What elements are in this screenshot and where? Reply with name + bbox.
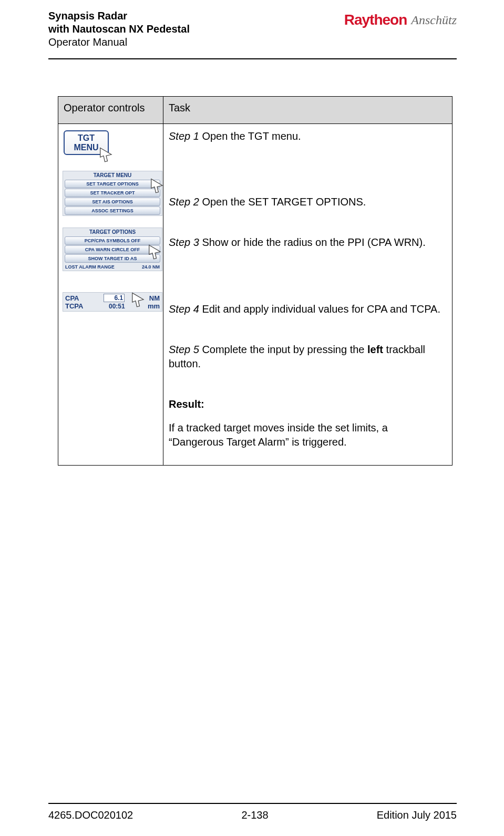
- task-cell: Step 1 Open the TGT menu. Step 2 Open th…: [163, 124, 452, 466]
- cpa-warn-circle-button[interactable]: CPA WARN CIRCLE OFF: [65, 245, 160, 254]
- step-1-label: Step 1: [169, 130, 199, 142]
- target-options-panel: TARGET OPTIONS PCP/CPA SYMBOLS OFF CPA W…: [63, 228, 162, 271]
- page-footer: 4265.DOC020102 2-138 Edition July 2015: [48, 803, 457, 821]
- lost-alarm-range-row: LOST ALARM RANGE 24.0 NM: [63, 263, 162, 271]
- tgt-btn-l1: TGT: [78, 133, 95, 142]
- tcpa-label: TCPA: [65, 302, 83, 310]
- controls-cell: TGT MENU TARGET MENU SET TARGET OPTIONS …: [58, 124, 163, 466]
- cursor-icon: [147, 244, 163, 260]
- title-line-3: Operator Manual: [48, 36, 190, 49]
- step-5: Step 5 Complete the input by pressing th…: [169, 343, 443, 371]
- procedure-table: Operator controls Task TGT MENU TARGET M…: [58, 96, 452, 466]
- tcpa-value[interactable]: 00:51: [105, 303, 126, 310]
- cursor-icon: [149, 178, 165, 193]
- step-1-text: Open the TGT menu.: [199, 130, 301, 142]
- target-options-title: TARGET OPTIONS: [63, 228, 162, 236]
- step-5-text-a: Complete the input by pressing the: [199, 344, 367, 355]
- step-2: Step 2 Open the SET TARGET OPTIONS.: [169, 195, 443, 209]
- anschutz-logo: Anschütz: [411, 13, 457, 27]
- cpa-value[interactable]: 6.1: [104, 294, 125, 302]
- lost-alarm-label: LOST ALARM RANGE: [65, 264, 115, 270]
- cursor-icon: [130, 292, 146, 307]
- col-header-controls: Operator controls: [58, 97, 163, 124]
- cpa-label: CPA: [65, 294, 79, 302]
- step-5-bold: left: [367, 344, 383, 355]
- step-3: Step 3 Show or hide the radius on the PP…: [169, 235, 443, 250]
- result-text: If a tracked target moves inside the set…: [169, 421, 443, 449]
- raytheon-logo: Raytheon: [344, 12, 407, 28]
- content-area: Operator controls Task TGT MENU TARGET M…: [0, 59, 504, 466]
- set-ais-options-button[interactable]: SET AIS OPTIONS: [65, 198, 160, 206]
- step-4-label: Step 4: [169, 303, 199, 315]
- target-menu-title: TARGET MENU: [63, 171, 162, 179]
- doc-number: 4265.DOC020102: [48, 809, 133, 821]
- page-header: Synapsis Radar with Nautoscan NX Pedesta…: [0, 0, 504, 49]
- footer-rule: [48, 803, 457, 804]
- pcp-cpa-symbols-button[interactable]: PCP/CPA SYMBOLS OFF: [65, 236, 160, 245]
- cpa-unit: NM: [149, 294, 160, 302]
- cpa-tcpa-panel: CPA 6.1 NM TCPA 00:51 mm: [63, 292, 162, 312]
- col-header-task: Task: [163, 97, 452, 124]
- step-2-text: Open the SET TARGET OPTIONS.: [199, 196, 366, 208]
- cursor-icon: [98, 147, 114, 162]
- result-label: Result:: [169, 397, 443, 411]
- tgt-menu-button-graphic: TGT MENU: [64, 130, 109, 155]
- assoc-settings-button[interactable]: ASSOC SETTINGS: [65, 207, 160, 215]
- lost-alarm-value: 24.0 NM: [142, 264, 160, 270]
- set-tracker-opt-button[interactable]: SET TRACKER OPT: [65, 189, 160, 197]
- title-line-2: with Nautoscan NX Pedestal: [48, 23, 190, 36]
- step-3-label: Step 3: [169, 236, 199, 248]
- page-number: 2-138: [241, 809, 268, 821]
- set-target-options-button[interactable]: SET TARGET OPTIONS: [65, 180, 160, 188]
- step-4-text: Edit and apply individual values for CPA…: [199, 303, 440, 315]
- step-1: Step 1 Open the TGT menu.: [169, 129, 443, 143]
- edition-date: Edition July 2015: [377, 809, 457, 821]
- step-4: Step 4 Edit and apply individual values …: [169, 302, 443, 316]
- header-titles: Synapsis Radar with Nautoscan NX Pedesta…: [48, 9, 190, 49]
- logo-block: Raytheon Anschütz: [344, 9, 457, 28]
- step-5-label: Step 5: [169, 344, 199, 355]
- title-line-1: Synapsis Radar: [48, 9, 190, 23]
- footer-row: 4265.DOC020102 2-138 Edition July 2015: [48, 809, 457, 821]
- target-menu-panel: TARGET MENU SET TARGET OPTIONS SET TRACK…: [63, 171, 162, 216]
- step-3-text: Show or hide the radius on the PPI (CPA …: [199, 236, 426, 248]
- step-2-label: Step 2: [169, 196, 199, 208]
- tcpa-unit: mm: [148, 302, 160, 310]
- tgt-btn-l2: MENU: [74, 143, 98, 152]
- show-target-id-button[interactable]: SHOW TARGET ID AS: [65, 254, 160, 263]
